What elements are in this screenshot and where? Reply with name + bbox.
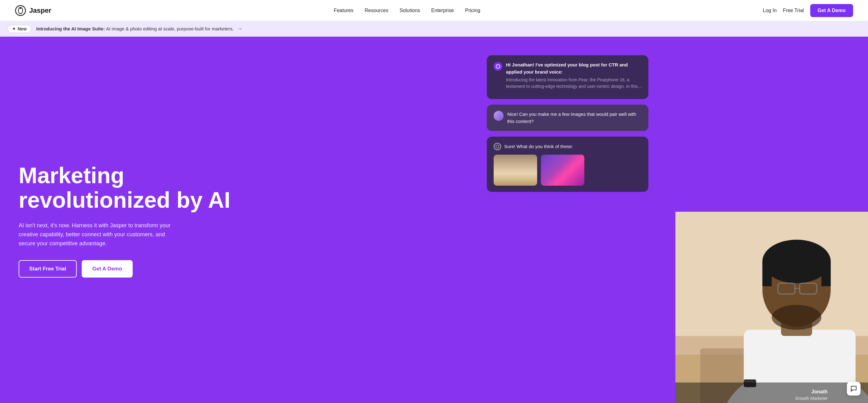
svg-point-18 (772, 305, 822, 330)
svg-text:Jonath: Jonath (811, 389, 828, 394)
chat-bubble-3: Sure! What do you think of these: (487, 137, 648, 192)
free-trial-button[interactable]: Free Trial (783, 8, 804, 13)
person-photo: Jonath Growth Marketer (675, 212, 868, 403)
brand-name: Jasper (29, 6, 51, 14)
ai-icon (494, 62, 502, 71)
bubble1-header: Hi Jonathan! I've optimized your blog po… (506, 62, 642, 75)
new-badge: ✦ New (7, 25, 31, 33)
user-avatar-inner (494, 111, 504, 121)
svg-rect-13 (763, 261, 772, 286)
bubble3-header: Sure! What do you think of these: (504, 143, 573, 150)
hero-buttons: Start Free Trial Get A Demo (19, 260, 459, 277)
announcement-bar: ✦ New Introducing the AI Image Suite: AI… (0, 21, 868, 37)
hero-left: Marketingrevolutionized by AI AI isn't n… (0, 37, 477, 403)
svg-rect-14 (822, 261, 831, 286)
get-demo-button[interactable]: Get A Demo (82, 260, 133, 277)
bubble1-text: Hi Jonathan! I've optimized your blog po… (506, 62, 642, 90)
new-badge-label: New (18, 26, 27, 31)
nav-item-solutions[interactable]: Solutions (400, 8, 420, 13)
chat-widget[interactable] (847, 382, 861, 396)
start-free-trial-button[interactable]: Start Free Trial (19, 260, 77, 277)
bubble2-text: Nice! Can you make me a few images that … (507, 111, 642, 125)
sparkle-icon: ✦ (12, 26, 16, 31)
chat-bubble-1: Hi Jonathan! I've optimized your blog po… (487, 55, 648, 99)
svg-text:Growth Marketer: Growth Marketer (795, 396, 828, 401)
chat-bubble-2: Nice! Can you make me a few images that … (487, 105, 648, 131)
brand-logo[interactable]: Jasper (15, 5, 51, 16)
announcement-body: AI image & photo editing at scale, purpo… (105, 26, 234, 31)
navbar-actions: Log In Free Trial Get A Demo (763, 4, 853, 17)
svg-point-0 (16, 6, 26, 15)
announcement-bold: Introducing the AI Image Suite: (36, 26, 105, 31)
generated-image-2 (541, 155, 584, 186)
announcement-text[interactable]: Introducing the AI Image Suite: AI image… (36, 26, 243, 32)
svg-rect-23 (851, 386, 856, 390)
hero-section: Marketingrevolutionized by AI AI isn't n… (0, 37, 868, 403)
nav-item-resources[interactable]: Resources (365, 8, 388, 13)
login-button[interactable]: Log In (763, 8, 777, 13)
nav-item-pricing[interactable]: Pricing (465, 8, 480, 13)
hero-headline: Marketingrevolutionized by AI (19, 163, 459, 212)
svg-point-12 (763, 240, 831, 283)
main-nav: Features Resources Solutions Enterprise … (334, 8, 480, 13)
bubble1-body: Introducing the latest innovation from P… (506, 77, 642, 90)
svg-rect-20 (675, 382, 868, 403)
chat-bubbles: Hi Jonathan! I've optimized your blog po… (487, 55, 648, 192)
sure-icon (494, 143, 501, 150)
svg-point-2 (20, 7, 22, 9)
nav-item-features[interactable]: Features (334, 8, 353, 13)
chat-widget-icon (850, 385, 858, 393)
announcement-arrow[interactable]: → (237, 26, 242, 31)
svg-point-3 (496, 145, 499, 148)
logo-icon (15, 5, 26, 16)
get-demo-nav-button[interactable]: Get A Demo (810, 4, 853, 17)
navbar: Jasper Features Resources Solutions Ente… (0, 0, 868, 21)
user-avatar (494, 111, 504, 121)
person-illustration: Jonath Growth Marketer (675, 212, 868, 403)
ai-icon-inner (496, 64, 500, 69)
sure-icon-svg (496, 145, 499, 148)
hero-right: Hi Jonathan! I've optimized your blog po… (477, 37, 868, 403)
hero-subtext: AI isn't next, it's now. Harness it with… (19, 221, 180, 248)
nav-item-enterprise[interactable]: Enterprise (431, 8, 454, 13)
bubble3-images (494, 155, 642, 186)
generated-image-1 (494, 155, 537, 186)
